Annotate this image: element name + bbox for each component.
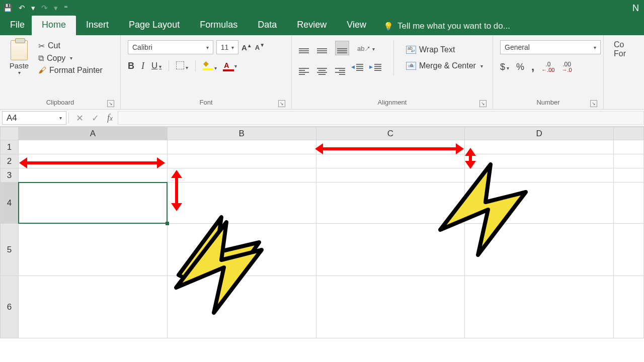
cancel-formula-icon[interactable]: ✕ [76, 113, 84, 124]
font-size-combo[interactable]: 11▾ [216, 40, 238, 54]
cell-b6[interactable] [167, 276, 316, 338]
alignment-dialog-launcher-icon[interactable]: ↘ [479, 100, 487, 107]
cell-d4[interactable] [465, 183, 614, 224]
cell-a3[interactable] [18, 168, 167, 183]
cell-c5[interactable] [316, 224, 465, 276]
cell-b4[interactable] [167, 183, 316, 224]
cell-d3[interactable] [465, 168, 614, 183]
decrease-indent-button[interactable] [353, 64, 363, 73]
cell-c6[interactable] [316, 276, 465, 338]
copy-button[interactable]: ⧉Copy [38, 54, 103, 63]
merge-center-button[interactable]: Merge & Center [406, 61, 483, 70]
column-header-c[interactable]: C [316, 127, 465, 140]
cut-button[interactable]: ✂Cut [38, 41, 103, 51]
decrease-decimal-button[interactable]: .00→.0 [561, 61, 572, 73]
undo-icon[interactable]: ↶ [19, 4, 25, 13]
quick-access-toolbar: 💾 ↶ ▾ ↷ ▾ ⁼ [3, 4, 68, 13]
row-header-5[interactable]: 5 [1, 224, 19, 276]
enter-formula-icon[interactable]: ✓ [92, 113, 99, 124]
redo-icon[interactable]: ↷ [41, 4, 48, 13]
align-center-button[interactable] [317, 62, 327, 75]
cell-b5[interactable] [167, 224, 316, 276]
fill-handle-icon[interactable] [166, 222, 169, 225]
cell-d1[interactable] [465, 140, 614, 154]
align-top-button[interactable] [299, 43, 309, 53]
increase-indent-button[interactable] [371, 64, 381, 73]
tell-me-search[interactable]: 💡 Tell me what you want to do... [376, 17, 517, 35]
cell-b1[interactable] [167, 140, 316, 154]
wrap-text-button[interactable]: Wrap Text [406, 45, 483, 54]
column-header-b[interactable]: B [167, 127, 316, 140]
align-middle-button[interactable] [317, 43, 327, 53]
row-header-4[interactable]: 4 [1, 183, 19, 224]
cell-d2[interactable] [465, 154, 614, 168]
number-format-combo[interactable]: General▾ [500, 40, 601, 54]
worksheet-grid[interactable]: A B C D 1 2 3 4 5 6 [0, 127, 644, 362]
fill-color-button[interactable] [203, 61, 217, 71]
orientation-button[interactable]: ab⭧ [357, 44, 375, 52]
row-header-1[interactable]: 1 [1, 140, 19, 154]
cell-a5[interactable] [18, 224, 167, 276]
tab-home[interactable]: Home [32, 16, 76, 35]
cell-a4[interactable] [18, 183, 167, 224]
merge-center-icon [406, 62, 416, 70]
group-number: General▾ $ % , .0←.00 .00→.0 Number↘ [493, 35, 604, 109]
cell-c3[interactable] [316, 168, 465, 183]
name-box[interactable]: A4▾ [2, 111, 66, 125]
font-color-button[interactable]: A [224, 61, 237, 70]
tab-review[interactable]: Review [287, 16, 337, 35]
insert-function-icon[interactable]: fx [107, 113, 113, 123]
tab-file[interactable]: File [3, 16, 32, 35]
underline-button[interactable]: U [151, 61, 162, 71]
paintbrush-icon: 🖌 [38, 66, 46, 75]
row-header-3[interactable]: 3 [1, 168, 19, 183]
cell-c1[interactable] [316, 140, 465, 154]
format-painter-button[interactable]: 🖌Format Painter [38, 66, 103, 75]
accounting-format-button[interactable]: $ [500, 62, 509, 72]
align-left-button[interactable] [299, 62, 309, 75]
column-header-d[interactable]: D [465, 127, 614, 140]
align-right-button[interactable] [335, 62, 345, 75]
align-middle-icon [317, 48, 327, 53]
tab-view[interactable]: View [337, 16, 376, 35]
cell-a2[interactable] [18, 154, 167, 168]
cell-c4[interactable] [316, 183, 465, 224]
cell-d6[interactable] [465, 276, 614, 338]
font-dialog-launcher-icon[interactable]: ↘ [278, 100, 285, 107]
column-header-e-partial[interactable] [614, 127, 644, 140]
cell-c2[interactable] [316, 154, 465, 168]
number-dialog-launcher-icon[interactable]: ↘ [590, 100, 597, 107]
tab-formulas[interactable]: Formulas [190, 16, 248, 35]
clipboard-dialog-launcher-icon[interactable]: ↘ [107, 100, 114, 107]
ribbon-tabs: File Home Insert Page Layout Formulas Da… [0, 16, 644, 35]
group-alignment: ab⭧ Wrap Text Merge & Center Alignment↘ [292, 35, 493, 109]
borders-button[interactable] [176, 61, 188, 71]
select-all-corner[interactable] [1, 127, 19, 140]
bold-button[interactable]: B [128, 61, 134, 71]
formula-input[interactable] [118, 111, 644, 125]
tab-page-layout[interactable]: Page Layout [119, 16, 190, 35]
row-header-6[interactable]: 6 [1, 276, 19, 338]
cell-d5[interactable] [465, 224, 614, 276]
comma-format-button[interactable]: , [531, 60, 534, 73]
italic-button[interactable]: I [141, 61, 144, 71]
font-name-combo[interactable]: Calibri▾ [128, 40, 213, 54]
save-icon[interactable]: 💾 [3, 4, 13, 13]
cell-a6[interactable] [18, 276, 167, 338]
align-bottom-button[interactable] [335, 41, 349, 55]
customize-qat-icon[interactable]: ⁼ [64, 4, 68, 13]
increase-decimal-button[interactable]: .0←.00 [541, 61, 554, 73]
tab-insert[interactable]: Insert [76, 16, 119, 35]
group-label-clipboard: Clipboard [46, 99, 74, 106]
row-header-2[interactable]: 2 [1, 154, 19, 168]
paste-button[interactable]: Paste ▾ [7, 40, 31, 75]
cell-b2[interactable] [167, 154, 316, 168]
increase-font-size-button[interactable]: A▲ [242, 43, 252, 52]
cell-a1[interactable] [18, 140, 167, 154]
column-header-a[interactable]: A [18, 127, 167, 140]
align-bottom-icon [337, 48, 347, 53]
tab-data[interactable]: Data [248, 16, 287, 35]
decrease-font-size-button[interactable]: A▼ [255, 44, 265, 51]
percent-format-button[interactable]: % [516, 62, 524, 72]
cell-b3[interactable] [167, 168, 316, 183]
